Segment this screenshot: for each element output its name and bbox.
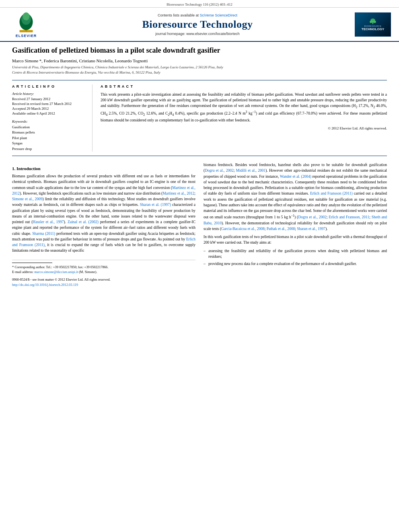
sciverse-link[interactable]: SciVerse ScienceDirect <box>200 13 238 17</box>
elsevier-text: ELSEVIER <box>16 34 37 38</box>
body-right-column: biomass feedstock. Besides wood feedstoc… <box>204 162 387 288</box>
intro-para-1: Biomass gasification allows the producti… <box>12 173 195 254</box>
received-revised-date: Received in revised form 27 March 2012 <box>12 102 86 106</box>
journal-homepage: journal homepage: www.elsevier.com/locat… <box>48 32 347 36</box>
article-info-label: A R T I C L E I N F O <box>12 84 86 88</box>
article-content: Gasification of pelletized biomass in a … <box>0 42 399 292</box>
study-aims-list: assessing the feasibility and reliabilit… <box>204 248 387 267</box>
ref-martinez-2012b[interactable]: Martinez et al., 2012 <box>162 191 194 195</box>
journal-title: Bioresource Technology <box>48 18 347 31</box>
article-info-column: A R T I C L E I N F O Article history: R… <box>12 84 93 152</box>
intro-para-2: biomass feedstock. Besides wood feedstoc… <box>204 162 387 232</box>
footnote-area: * Corresponding author. Tel.: +39 050221… <box>12 260 195 288</box>
journal-logo-area: BIORESOURCE TECHNOLOGY <box>347 12 391 37</box>
keyword-5: Pressure drop <box>12 146 86 152</box>
intro-para-3: In this work gasification tests of two p… <box>204 234 387 246</box>
journal-reference-bar: Bioresource Technology 116 (2012) 403–41… <box>0 0 399 8</box>
section-1-heading: 1. Introduction <box>12 166 195 171</box>
footnote-doi: http://dx.doi.org/10.1016/j.biortech.201… <box>12 282 195 288</box>
ref-pathak-2008[interactable]: Pathak et al., 2008 <box>267 227 295 231</box>
affiliations: Università di Pisa, Dipartimento di Inge… <box>12 65 387 75</box>
abstract-column: A B S T R A C T This work presents a pil… <box>101 84 387 152</box>
journal-reference-text: Bioresource Technology 116 (2012) 403–41… <box>167 2 232 6</box>
journal-logo-plant-icon <box>369 18 377 24</box>
affiliation-1: Università di Pisa, Dipartimento di Inge… <box>12 65 387 70</box>
footnote-doi-link[interactable]: http://dx.doi.org/10.1016/j.biortech.201… <box>12 283 78 287</box>
journal-header-center: Contents lists available at SciVerse Sci… <box>48 13 347 36</box>
keyword-2: Biomass pellets <box>12 130 86 136</box>
ref-wander-2004[interactable]: Wander et al. (2004) <box>280 175 311 179</box>
footnote-email: E-mail address: marco.simone@diccism.uni… <box>12 269 195 275</box>
authors-line: Marco Simone *, Federica Barontini, Cris… <box>12 58 387 63</box>
available-online-date: Available online 6 April 2012 <box>12 111 86 115</box>
ref-dogru-2002a[interactable]: Dogru et al., 2002 <box>205 168 233 173</box>
sciverse-prefix-text: Contents lists available at <box>158 13 199 17</box>
sciverse-link-area: Contents lists available at SciVerse Sci… <box>48 13 347 17</box>
ref-sharan-1997b[interactable]: Sharan et al., 1997 <box>297 227 325 231</box>
footnote-corresponding: * Corresponding author. Tel.: +39 050221… <box>12 265 195 270</box>
page: Bioresource Technology 116 (2012) 403–41… <box>0 0 399 292</box>
accepted-date: Accepted 29 March 2012 <box>12 107 86 111</box>
affiliation-2: Centro di Ricerca Interuniversitario Bio… <box>12 70 387 75</box>
elsevier-logo-area: ELSEVIER <box>4 11 48 38</box>
ref-dogru-2002b[interactable]: Dogru et al., 2002 <box>298 215 326 219</box>
article-title: Gasification of pelletized biomass in a … <box>12 46 387 55</box>
keyword-4: Syngas <box>12 141 86 146</box>
authors-text: Marco Simone *, Federica Barontini, Cris… <box>12 58 148 63</box>
keyword-1: Gasification <box>12 125 86 130</box>
keywords-label: Keywords: <box>12 119 86 123</box>
aim-2: providing new process data for a complet… <box>204 261 387 267</box>
footnote-issn: 0960-8524/$ - see front matter © 2012 El… <box>12 277 195 282</box>
ref-hassler-1997[interactable]: Hassler et al., 1997 <box>33 220 64 224</box>
received-date: Received 27 January 2012 <box>12 97 86 101</box>
article-history-label: Article history: <box>12 92 86 96</box>
svg-point-3 <box>23 12 30 21</box>
keyword-3: Pilot plant <box>12 136 86 141</box>
ref-midilli-2001[interactable]: Midilli et al., 2001 <box>236 168 266 173</box>
abstract-text: This work presents a pilot-scale investi… <box>101 92 387 123</box>
thermal-word: thermal <box>353 235 365 239</box>
ref-erlich-fransson-2011b[interactable]: Erlich and Fransson (2011) <box>310 191 353 195</box>
ref-erlich-fransson-2011a[interactable]: Erlich and Fransson (2011) <box>12 237 195 247</box>
ref-erlich-fransson-2011c[interactable]: Erlich and Fransson, 2011 <box>329 215 369 219</box>
elsevier-tree-icon <box>14 11 38 33</box>
article-info-abstract-area: A R T I C L E I N F O Article history: R… <box>12 80 387 156</box>
journal-logo-box: BIORESOURCE TECHNOLOGY <box>355 12 391 37</box>
keywords-list: Gasification Biomass pellets Pilot plant… <box>12 125 86 152</box>
elsevier-logo: ELSEVIER <box>14 11 38 38</box>
ref-simone-2009[interactable]: Simone et al., 2009 <box>12 197 43 201</box>
ref-sharma-2011[interactable]: Sharma (2011) <box>32 232 55 236</box>
ref-sharan-1997a[interactable]: Sharan et al. (1997) <box>140 203 171 207</box>
aim-1: assessing the feasibility and reliabilit… <box>204 248 387 260</box>
body-two-column: 1. Introduction Biomass gasification all… <box>12 162 387 288</box>
journal-header: ELSEVIER Contents lists available at Sci… <box>0 8 399 42</box>
copyright-text: © 2012 Elsevier Ltd. All rights reserved… <box>101 126 387 130</box>
journal-logo-text-mid: TECHNOLOGY <box>362 27 384 31</box>
ref-zainal-2002[interactable]: Zainal et al. (2002) <box>68 220 99 224</box>
ref-garcia-2008[interactable]: Garcia-Bacaicoa et al., 2008 <box>221 227 265 231</box>
body-left-column: 1. Introduction Biomass gasification all… <box>12 162 195 288</box>
footnote-email-link[interactable]: marco.simone@diccism.unipi.it <box>34 270 78 274</box>
footnote-divider <box>12 263 52 263</box>
abstract-label: A B S T R A C T <box>101 84 387 88</box>
